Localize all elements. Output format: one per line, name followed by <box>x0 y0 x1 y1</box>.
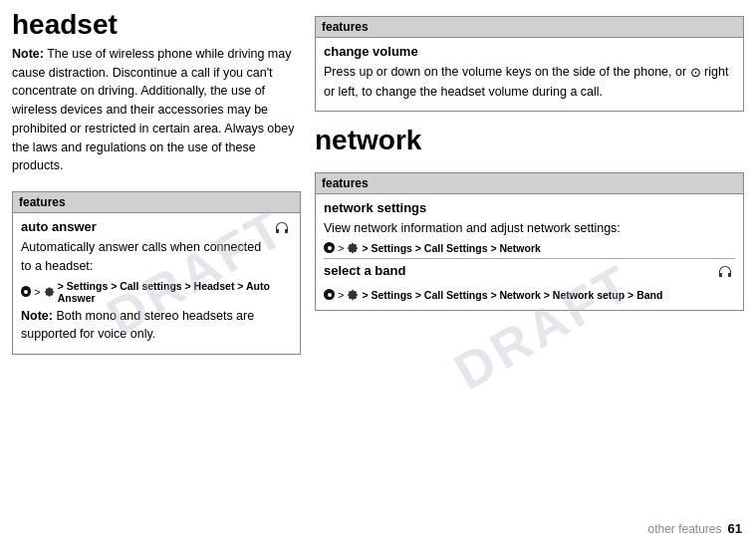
path-arrow2: > <box>338 242 344 254</box>
change-volume-title: change volume <box>324 44 735 59</box>
headset-note: Note: The use of wireless phone while dr… <box>12 45 301 175</box>
path-arrow: > <box>34 286 40 298</box>
select-band-path: > > Settings > Call Settings > Network >… <box>324 289 735 301</box>
network-feature-table: features network settings View network i… <box>315 172 744 311</box>
network-settings-path-text: > Settings > Call Settings > Network <box>362 242 540 254</box>
network-table-body: network settings View network informatio… <box>316 194 743 310</box>
auto-answer-note: Note: Both mono and stereo headsets are … <box>21 307 292 345</box>
network-settings-title: network settings <box>324 200 735 215</box>
left-table-body: auto answer Automatically answer calls w… <box>13 213 300 354</box>
select-band-title: select a band <box>324 263 405 278</box>
right-table1-header: features <box>316 17 743 38</box>
gear-icon <box>44 286 55 298</box>
auto-answer-path: > > Settings > Call settings > Headset >… <box>21 280 292 304</box>
auto-answer-title: auto answer <box>21 219 292 234</box>
auto-answer-note-label: Note: <box>21 309 53 323</box>
nav-dot-icon <box>21 286 31 297</box>
right-table1-body: change volume Press up or down on the vo… <box>316 38 743 111</box>
auto-answer-desc: Automatically answer calls when connecte… <box>21 238 292 276</box>
select-band-path-text: > Settings > Call Settings > Network > N… <box>362 289 662 301</box>
network-settings-path: > > Settings > Call Settings > Network <box>324 242 735 254</box>
right-column: features change volume Press up or down … <box>315 10 744 534</box>
table-row-divider <box>324 258 735 259</box>
left-feature-table: features auto answer Automatically answe… <box>12 191 301 355</box>
headset-icon <box>272 219 292 242</box>
nav-dot-icon3 <box>324 289 335 300</box>
note-text: The use of wireless phone while driving … <box>12 47 294 173</box>
select-band-row: select a band <box>324 263 735 286</box>
page-title-headset: headset <box>12 10 301 41</box>
network-settings-desc: View network information and adjust netw… <box>324 219 735 238</box>
footer-page-number: 61 <box>728 521 742 536</box>
change-volume-text1: Press up or down on the volume keys on t… <box>324 65 686 79</box>
page-footer: other features 61 <box>647 521 742 536</box>
gear-icon2 <box>347 242 359 254</box>
path-arrow3: > <box>338 289 344 301</box>
change-volume-desc: Press up or down on the volume keys on t… <box>324 63 735 101</box>
footer-label: other features <box>647 522 721 536</box>
nav-dot-icon2 <box>324 242 335 253</box>
network-table-header: features <box>316 173 743 194</box>
change-volume-table: features change volume Press up or down … <box>315 16 744 112</box>
note-label: Note: <box>12 47 44 61</box>
gear-icon3 <box>347 289 359 301</box>
auto-answer-path-text: > Settings > Call settings > Headset > A… <box>58 280 292 304</box>
left-table-header: features <box>13 192 300 213</box>
auto-answer-note-text: Both mono and stereo headsets are suppor… <box>21 309 254 342</box>
page-title-network: network <box>315 126 744 156</box>
headset-icon2 <box>715 263 735 286</box>
nav-circle-icon: ⊙ <box>690 63 701 83</box>
left-column: headset Note: The use of wireless phone … <box>12 10 301 534</box>
